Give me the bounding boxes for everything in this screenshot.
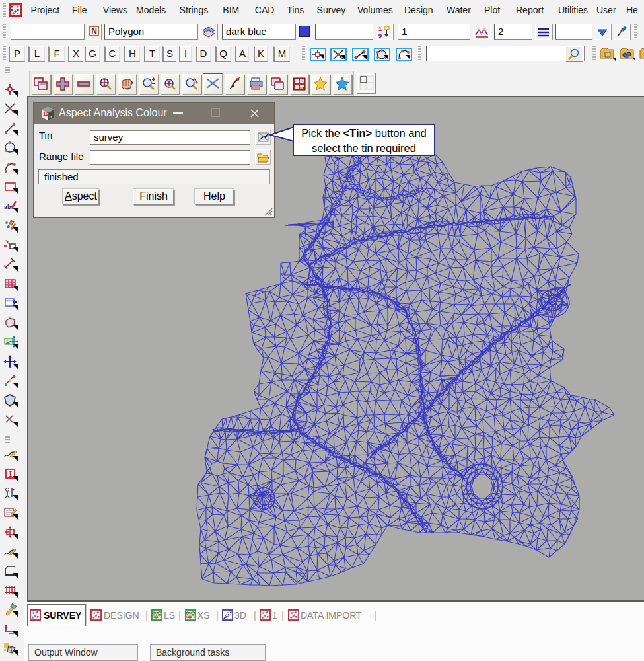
svg-text:9: 9 — [378, 32, 382, 38]
svg-text:12: 12 — [43, 111, 49, 117]
svg-text:1: 1 — [378, 26, 382, 32]
